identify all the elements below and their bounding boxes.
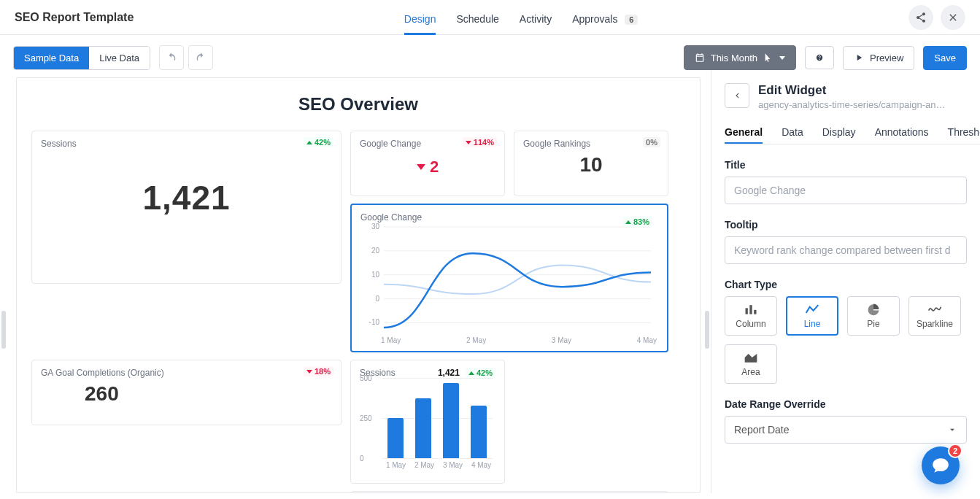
tab-activity[interactable]: Activity — [520, 3, 552, 32]
svg-rect-12 — [754, 310, 756, 314]
delta-badge: 0% — [643, 137, 660, 147]
sidepanel-tab-data[interactable]: Data — [782, 120, 803, 144]
redo-button[interactable] — [188, 45, 213, 70]
chart-type-line[interactable]: Line — [786, 296, 838, 336]
date-range-override-value: Report Date — [734, 424, 789, 436]
stat-value: 1,421 — [438, 368, 460, 378]
sidepanel-subtitle: agency-analytics-time-series/campaign-an… — [758, 99, 946, 110]
share-icon — [915, 12, 927, 23]
date-range-override-label: Date Range Override — [725, 398, 967, 410]
column-chart-icon — [744, 303, 758, 316]
card-sessions-bar[interactable]: Sessions 1,421 42% 0250500 1 May2 May3 M… — [350, 360, 505, 484]
canvas-right-handle[interactable] — [705, 311, 709, 349]
tab-schedule[interactable]: Schedule — [456, 3, 498, 32]
tooltip-input[interactable] — [725, 236, 967, 264]
help-icon — [816, 53, 823, 63]
stat-value: 1,421 — [41, 178, 332, 217]
tab-approvals[interactable]: Approvals 6 — [572, 3, 638, 32]
close-icon — [947, 12, 959, 23]
svg-text:30: 30 — [371, 223, 380, 231]
svg-text:0: 0 — [375, 295, 379, 303]
chat-button[interactable]: 2 — [922, 446, 960, 484]
close-button[interactable] — [941, 5, 965, 30]
play-icon — [854, 53, 864, 63]
svg-text:20: 20 — [371, 247, 380, 255]
sidepanel-tab-general[interactable]: General — [725, 120, 763, 144]
date-range-dropdown[interactable]: This Month — [684, 45, 796, 70]
save-button[interactable]: Save — [923, 46, 967, 70]
canvas: SEO Overview Sessions 42% 1,421 Google C… — [16, 77, 701, 493]
delta-badge: 18% — [304, 366, 333, 376]
chevron-down-icon — [947, 425, 957, 435]
canvas-left-handle[interactable] — [1, 311, 6, 349]
delta-badge: 42% — [304, 137, 333, 147]
preview-label: Preview — [870, 53, 903, 63]
date-range-override-select[interactable]: Report Date — [725, 416, 967, 444]
chevron-down-icon — [779, 56, 785, 60]
line-chart: -100102030 — [360, 223, 658, 332]
title-field-label: Title — [725, 159, 967, 171]
redo-icon — [195, 52, 207, 63]
sidepanel-tab-thresholds[interactable]: Thresho — [948, 120, 980, 144]
page-title: SEO Report Template — [15, 11, 134, 24]
chat-badge: 2 — [948, 444, 962, 458]
calendar-icon — [695, 53, 705, 63]
delta-badge: 42% — [466, 368, 495, 378]
title-input[interactable] — [725, 177, 967, 204]
card-title: GA Goal Completions (Organic) — [41, 368, 332, 378]
live-data-button[interactable]: Live Data — [89, 47, 150, 69]
svg-rect-10 — [746, 308, 748, 314]
svg-rect-11 — [749, 305, 752, 314]
tab-approvals-label: Approvals — [572, 13, 617, 25]
chart-type-label: Chart Type — [725, 279, 967, 290]
card-google-change-chart[interactable]: Google Change 11 83% -100102030 1 May2 M… — [350, 204, 668, 352]
data-mode-toggle: Sample Data Live Data — [13, 46, 150, 70]
preview-button[interactable]: Preview — [843, 46, 914, 70]
sidepanel-title: Edit Widget — [758, 83, 946, 98]
sample-data-button[interactable]: Sample Data — [14, 47, 89, 69]
tooltip-field-label: Tooltip — [725, 219, 967, 231]
delta-badge: 114% — [463, 137, 497, 147]
chat-icon — [931, 456, 950, 475]
line-chart-icon — [805, 303, 819, 316]
card-title: Google Rankings — [523, 139, 659, 149]
back-button[interactable] — [725, 83, 749, 108]
sidepanel-tab-display[interactable]: Display — [822, 120, 856, 144]
cursor-pointer-icon — [763, 52, 773, 63]
card-title: Google Change — [360, 212, 658, 223]
pie-chart-icon — [866, 303, 881, 316]
svg-text:10: 10 — [371, 271, 380, 279]
sidepanel: Edit Widget agency-analytics-time-series… — [711, 70, 980, 493]
sidepanel-tab-annotations[interactable]: Annotations — [875, 120, 929, 144]
chevron-left-icon — [732, 90, 742, 101]
card-google-change-small[interactable]: Google Change 114% 2 — [350, 131, 505, 196]
share-button[interactable] — [908, 5, 933, 30]
date-range-label: This Month — [711, 53, 757, 63]
chart-type-column[interactable]: Column — [725, 296, 777, 336]
area-chart-icon — [744, 351, 758, 364]
help-button[interactable] — [805, 46, 834, 69]
card-top-pages[interactable]: Top Pages (Search Console) https://www.t… — [350, 491, 668, 493]
canvas-heading: SEO Overview — [31, 94, 685, 115]
card-sessions-big[interactable]: Sessions 42% 1,421 — [31, 131, 342, 284]
undo-icon — [166, 52, 177, 63]
tab-design[interactable]: Design — [404, 3, 436, 32]
chart-type-area[interactable]: Area — [725, 344, 777, 384]
sparkline-icon — [927, 303, 942, 316]
card-google-rankings[interactable]: Google Rankings 0% 10 — [514, 131, 668, 196]
chart-type-pie[interactable]: Pie — [847, 296, 900, 336]
card-title: Sessions — [41, 139, 332, 149]
svg-text:-10: -10 — [369, 318, 380, 326]
delta-badge-pct: 83% — [622, 217, 652, 227]
card-ga-goal[interactable]: GA Goal Completions (Organic) 18% 260 — [31, 360, 342, 425]
stat-value: 10 — [523, 153, 659, 177]
undo-button[interactable] — [159, 45, 184, 70]
approvals-count-badge: 6 — [625, 15, 638, 25]
stat-value: 2 — [360, 158, 495, 177]
chart-type-sparkline[interactable]: Sparkline — [908, 296, 961, 336]
stat-value: 260 — [85, 382, 332, 406]
